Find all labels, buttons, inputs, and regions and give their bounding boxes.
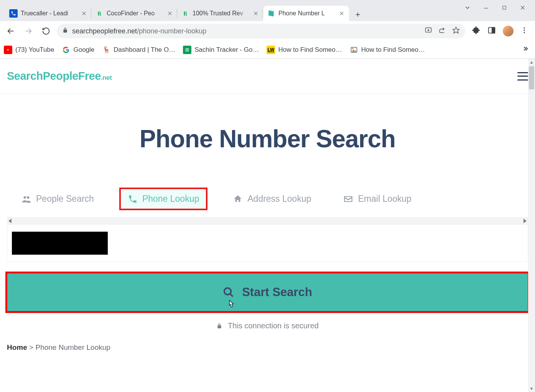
svg-marker-24: [8, 49, 9, 51]
minimize-button[interactable]: [482, 4, 490, 12]
reload-button[interactable]: [39, 24, 53, 38]
cursor-pointer-icon: [226, 300, 237, 311]
tab-phone-lookup[interactable]: Phone Lookup: [119, 188, 207, 210]
address-bar[interactable]: searchpeoplefree.net/phone-number-lookup: [57, 24, 465, 38]
tab-search-chevron-icon[interactable]: [464, 4, 471, 12]
bookmark-youtube[interactable]: (73) YouTube: [4, 46, 54, 54]
search-type-tabs: People Search Phone Lookup Address Looku…: [0, 188, 535, 210]
google-icon: [62, 46, 70, 54]
svg-point-22: [523, 30, 525, 31]
close-tab-icon[interactable]: [166, 10, 173, 17]
tab-label: Address Lookup: [247, 194, 311, 204]
browser-toolbar: searchpeoplefree.net/phone-number-lookup: [0, 21, 535, 41]
bookmark-how-to-find-1[interactable]: LW How to Find Someo…: [267, 46, 342, 54]
svg-point-23: [523, 32, 525, 33]
bookmark-dashboard[interactable]: 🦌 Dashboard | The O…: [102, 46, 175, 54]
hamburger-menu-icon[interactable]: [517, 72, 528, 81]
fi-icon: fi: [95, 9, 104, 18]
people-icon: [21, 194, 31, 204]
tab-title: Truecaller - Leadi: [21, 10, 77, 17]
deer-icon: 🦌: [102, 46, 110, 54]
tab-address-lookup[interactable]: Address Lookup: [226, 189, 318, 209]
profile-avatar[interactable]: [503, 26, 514, 36]
brand-main: SearchPeopleFree: [7, 70, 101, 82]
svg-marker-18: [453, 27, 459, 33]
bookmark-how-to-find-2[interactable]: How to Find Someo…: [350, 46, 425, 54]
scroll-thumb[interactable]: [529, 66, 534, 89]
tab-people-search[interactable]: People Search: [15, 189, 101, 209]
bookmarks-overflow-icon[interactable]: [522, 45, 531, 54]
phone-icon: [128, 194, 138, 204]
site-header: SearchPeopleFree.net: [0, 59, 535, 94]
new-tab-button[interactable]: [351, 8, 364, 21]
lock-icon[interactable]: [62, 27, 68, 35]
tab-strip: Truecaller - Leadi fi CocoFinder - Peo f…: [0, 0, 535, 21]
picture-icon: [350, 46, 358, 54]
svg-rect-1: [503, 6, 506, 9]
secured-notice: This connection is secured: [0, 321, 535, 330]
bookmark-label: (73) YouTube: [15, 46, 54, 54]
phone-input[interactable]: [7, 225, 528, 262]
start-search-button[interactable]: Start Search: [5, 272, 530, 313]
bookmarks-bar: (73) YouTube Google 🦌 Dashboard | The O……: [0, 41, 535, 59]
close-tab-icon[interactable]: [252, 10, 259, 17]
scroll-up-icon[interactable]: ▲: [530, 59, 534, 66]
scroll-down-icon[interactable]: ▼: [530, 385, 534, 392]
window-controls: [464, 0, 535, 15]
secured-text: This connection is secured: [228, 321, 319, 330]
bookmark-label: Google: [73, 46, 94, 54]
bookmark-label: Sachin Tracker - Go…: [194, 46, 259, 54]
scroll-right-icon[interactable]: [523, 219, 527, 223]
side-panel-icon[interactable]: [487, 26, 496, 36]
svg-point-31: [224, 288, 231, 295]
bookmark-sachin-tracker[interactable]: Sachin Tracker - Go…: [183, 46, 259, 54]
breadcrumb-current: Phone Number Lookup: [35, 343, 110, 351]
tab-email-lookup[interactable]: Email Lookup: [336, 189, 418, 209]
tab-trusted-rev[interactable]: fi 100% Trusted Rev: [177, 6, 263, 21]
install-app-icon[interactable]: [425, 26, 432, 36]
bookmark-label: How to Find Someo…: [278, 46, 342, 54]
svg-rect-20: [492, 28, 495, 33]
home-icon: [233, 194, 243, 204]
sheets-icon: [183, 46, 191, 54]
tab-title: Phone Number L: [278, 10, 335, 17]
bookmark-label: Dashboard | The O…: [114, 46, 175, 54]
spf-favicon-icon: [267, 9, 275, 18]
bookmark-label: How to Find Someo…: [361, 46, 425, 54]
lw-icon: LW: [267, 46, 275, 54]
vertical-scrollbar[interactable]: ▲ ▼: [528, 59, 535, 392]
site-logo[interactable]: SearchPeopleFree.net: [7, 70, 112, 82]
phone-icon: [9, 9, 18, 18]
share-icon[interactable]: [438, 26, 446, 36]
bookmark-google[interactable]: Google: [62, 46, 94, 54]
page-title: Phone Number Search: [0, 125, 535, 153]
tab-label: Phone Lookup: [142, 194, 199, 204]
bookmark-star-icon[interactable]: [452, 26, 460, 36]
horizontal-scrollbar[interactable]: [7, 217, 528, 225]
brand-sub: .net: [101, 74, 112, 81]
back-button[interactable]: [4, 24, 18, 38]
url-host: searchpeoplefree.net: [72, 27, 137, 35]
maximize-button[interactable]: [500, 4, 508, 12]
breadcrumb-home[interactable]: Home: [7, 343, 27, 351]
forward-button[interactable]: [21, 24, 35, 38]
tab-title: CocoFinder - Peo: [107, 10, 163, 17]
breadcrumb: Home > Phone Number Lookup: [0, 343, 535, 352]
tab-cocofinder[interactable]: fi CocoFinder - Peo: [91, 6, 177, 21]
extensions-icon[interactable]: [472, 26, 481, 36]
chrome-menu-icon[interactable]: [520, 26, 528, 36]
youtube-icon: [4, 46, 12, 54]
close-tab-icon[interactable]: [338, 10, 345, 17]
page-content: SearchPeopleFree.net Phone Number Search…: [0, 59, 535, 392]
url-path: /phone-number-lookup: [137, 27, 206, 35]
email-icon: [343, 194, 353, 204]
lock-icon: [216, 323, 222, 329]
tab-phone-number-lookup[interactable]: Phone Number L: [263, 6, 349, 21]
close-tab-icon[interactable]: [81, 10, 87, 17]
start-search-label: Start Search: [242, 285, 312, 299]
tab-truecaller[interactable]: Truecaller - Leadi: [5, 6, 91, 21]
scroll-left-icon[interactable]: [8, 219, 12, 223]
svg-line-32: [230, 294, 233, 297]
close-window-button[interactable]: [519, 4, 527, 12]
tab-title: 100% Trusted Rev: [193, 10, 249, 17]
